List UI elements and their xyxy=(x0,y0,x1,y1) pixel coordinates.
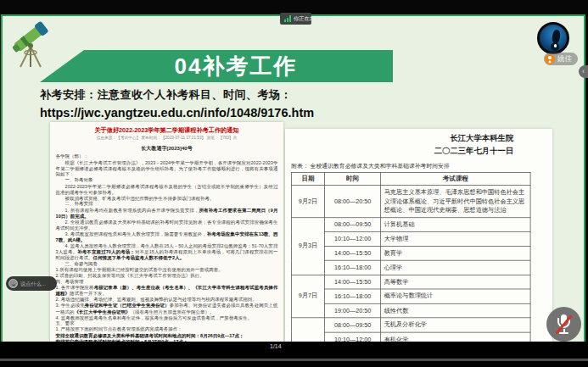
notice-paragraph: 被取消考试资格、旷考及考试中违纪作弊的学生不得参加该门课程补考。 xyxy=(56,196,278,202)
table-row: 16:10—18:00概率论与数理统计 xyxy=(292,289,531,303)
slide-title: 04补考工作 xyxy=(136,52,298,81)
table-row: 9月2日08:00—20:50马克思主义基本原理、毛泽东思想和中国特色社会主义理… xyxy=(292,186,531,218)
bottom-bar xyxy=(0,342,588,367)
notice-body: 各学院（部）：根据《长江大学考试工作管理办法》，2023－2024学年第一学期开… xyxy=(56,153,278,343)
notice-paragraph: 3. 考试教室按照课程性质和考生人数合理安排，除需要专用教室外，补考考场应集中安… xyxy=(56,231,278,243)
table-caption: 附表： 全校通识教育必修课及大类和学科基础课补考时间安排 xyxy=(291,163,546,170)
table-header-cell: 时间 xyxy=(324,172,380,185)
sharing-badge-label: 你正在共享屏幕 xyxy=(294,15,302,23)
notice-paragraph: 3. 学生必须凭身份证和学生证（已结业学生凭身份证）参加补考。对身份证遗失者必须… xyxy=(56,303,278,314)
chat-input-pill[interactable]: 说点什么... xyxy=(6,276,57,291)
telescope-illustration xyxy=(6,18,57,70)
notice-paragraph: 1.所有课程均使用上学期期末已经按时提交的试卷中没有使用的另外一套或两套。 xyxy=(56,267,278,273)
table-row: 14:00—15:50教育学 xyxy=(292,246,531,260)
slide-subtitle: 补考安排：注意查收个人补考科目、时间、考场： xyxy=(40,87,292,103)
course-cell: 大学物理 xyxy=(381,231,530,246)
course-cell: 马克思主义基本原理、毛泽东思想和中国特色社会主义理论体系概论、习近平新时代中国特… xyxy=(381,186,530,218)
participant-name-badge: 姚佳 xyxy=(544,53,578,65)
course-cell: 无机及分析化学 xyxy=(381,318,530,332)
notice-paragraph: 4. 监考人员按照考生人数合理安排，考生人数在15人－50人之间的考场安排2位教… xyxy=(56,243,278,261)
avatar-mic-icon xyxy=(551,42,559,51)
emoji-face-icon xyxy=(8,279,18,288)
notice-paragraph: 四、考场管理 xyxy=(56,279,278,285)
notice-paragraph: 2022-2023学年第二学期修读必修考试课程考核不及格的学生（含结业或延长学制… xyxy=(56,184,278,196)
makeup-exam-schedule-table: 日期时间考试课程 9月2日08:00—20:50马克思主义基本原理、毛泽东思想和… xyxy=(291,172,530,343)
table-header-row: 日期时间考试课程 xyxy=(292,172,531,185)
notice-paragraph: 安排全校通识教育必修课及大类和学科基础课考试时间和地点的时间：8月26日9点—1… xyxy=(56,333,278,339)
signal-bars-icon xyxy=(284,15,291,22)
time-cell: 08:00—20:50 xyxy=(324,186,380,218)
notice-paragraph: 二、补考安排 xyxy=(56,202,278,208)
table-header-cell: 考试课程 xyxy=(381,172,530,185)
notice-paragraph: 五、要求 xyxy=(56,320,278,326)
notice-paragraph: 4. 监考教师按照监考考生名单和考生证件，核实考生身份后方可发放试卷考试，严禁替… xyxy=(56,314,278,320)
table-row: 9月7日14:00—15:50高等数学 xyxy=(292,275,531,289)
course-cell: 高等数学 xyxy=(381,275,530,289)
person-icon xyxy=(545,54,555,64)
notice-paragraph: 一、补考对象 xyxy=(56,178,278,184)
course-cell: 线性代数 xyxy=(381,303,530,318)
time-cell: 19:00—20:50 xyxy=(324,303,380,318)
slide-title-banner: 04补考工作 xyxy=(40,50,393,82)
notice-paragraph: 1. 各开课学院应将考核记录单（新）、考生座位表（考生名单）、《长江大学本专科生… xyxy=(56,285,278,297)
notice-paragraph: 三、命题与阅卷 xyxy=(56,261,278,267)
table-header-cell: 日期 xyxy=(292,172,325,185)
slide-url[interactable]: https://jwc.yangtzeu.edu.cn/info/1048/91… xyxy=(40,106,314,120)
notice-title: 关于做好2022-2023学年第二学期课程补考工作的通知 xyxy=(56,125,278,134)
time-cell: 16:10—18:00 xyxy=(324,260,380,275)
avatar-image xyxy=(552,29,561,43)
collapse-panel-button[interactable]: ‹ xyxy=(579,65,588,78)
screen-sharing-badge: 你正在共享屏幕 xyxy=(280,13,311,25)
mute-mic-button[interactable] xyxy=(546,307,581,342)
table-row: 9月8日08:00—09:50无机及分析化学 xyxy=(292,318,531,332)
issuing-org: 长江大学本科生院 xyxy=(291,132,546,144)
date-cell: 9月7日 xyxy=(292,275,325,318)
table-row: 16:10—18:00心理学 xyxy=(292,260,531,275)
table-row: 19:00—20:50线性代数 xyxy=(292,303,531,318)
course-cell: 概率论与数理统计 xyxy=(381,289,530,303)
time-cell: 08:00—09:50 xyxy=(324,217,380,231)
course-cell: 心理学 xyxy=(381,260,530,275)
notice-paragraph: 2. 全校通识教育必修课及大类和学科基础课的补考时间安排见附表；各专业课程的考试… xyxy=(56,220,278,231)
time-cell: 08:00—09:50 xyxy=(324,318,380,332)
table-row: 10:10—12:00大学物理 xyxy=(292,231,531,246)
schedule-document: 长江大学本科生院 二〇二三年七月十一日 附表： 全校通识教育必修课及大类和学科基… xyxy=(285,129,552,343)
time-cell: 10:10—12:00 xyxy=(324,231,380,246)
participant-name: 姚佳 xyxy=(557,54,572,64)
notice-paragraph: 2. 考场违纪编排、考场纪律、监考规则、巡视及舞弊的认定与处理等均与校内课程常规… xyxy=(56,297,278,303)
notice-paragraph: 根据《长江大学考试工作管理办法》，2023－2024学年第一学期开学初，各开课学… xyxy=(56,159,278,177)
time-cell: 14:00—15:50 xyxy=(324,275,380,289)
date-cell: 9月3日 xyxy=(292,217,325,275)
time-cell: 16:10—18:00 xyxy=(324,289,380,303)
notice-paragraph: 1. 严格按照下面的时间节点在教务管理系统内完成考务操作： xyxy=(56,327,278,333)
notice-doc-number: 长大教通字[2023]40号 xyxy=(56,145,278,152)
notice-paragraph: 2.试卷的印刷、封装及保管等均按《长江大学考试工作管理办法》执行。 xyxy=(56,273,278,279)
course-cell: 计算机基础 xyxy=(381,217,530,231)
notice-meta: 信息来源：【考试中心】 发布时间：【2023-07-11 17:21:53】 浏… xyxy=(56,136,278,142)
taskbar-divider xyxy=(0,359,588,361)
course-cell: 教育学 xyxy=(381,246,530,260)
issue-date: 二〇二三年七月十一日 xyxy=(291,144,546,156)
date-cell: 9月2日 xyxy=(292,186,325,218)
date-cell: 9月8日 xyxy=(292,318,325,343)
screen: 你正在共享屏幕 04补考工作 补考安排：注意查收个人补考科目、时间、考场： ht… xyxy=(0,0,588,367)
notice-paragraph: 1. 所有课程补考均在新教务管理系统内由各开课学院负责安排，所有补考工作要求在第… xyxy=(56,208,278,220)
notice-document: 关于做好2022-2023学年第二学期课程补考工作的通知 信息来源：【考试中心】… xyxy=(50,122,283,343)
page-indicator: 1/14 xyxy=(270,343,282,350)
chat-placeholder: 说点什么... xyxy=(20,280,39,287)
shared-screen-frame: 04补考工作 补考安排：注意查收个人补考科目、时间、考场： https://jw… xyxy=(1,14,585,343)
table-row: 9月3日08:00—09:50计算机基础 xyxy=(292,217,531,231)
time-cell: 14:00—15:50 xyxy=(324,246,380,260)
notice-paragraph: 各学院（部）： xyxy=(56,153,278,159)
participant-avatar[interactable] xyxy=(537,22,569,54)
